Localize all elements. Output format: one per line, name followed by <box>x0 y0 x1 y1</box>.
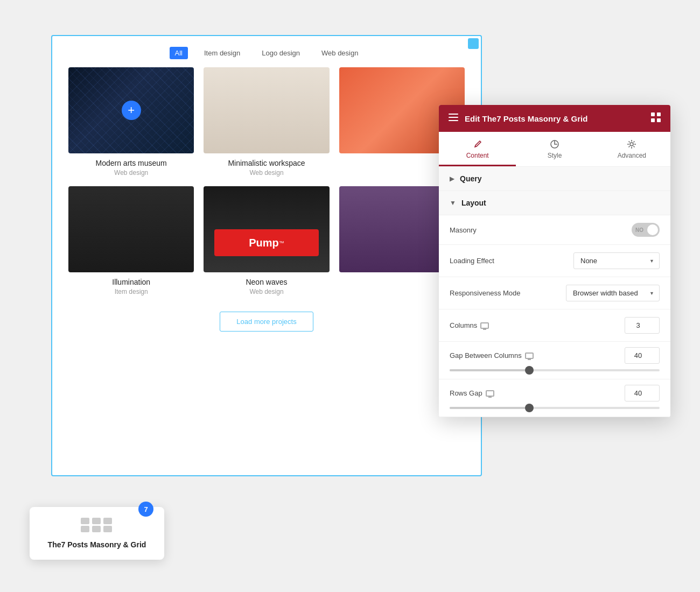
responsiveness-label: Responsiveness Mode <box>450 289 566 297</box>
panel-title: Edit The7 Posts Masonry & Grid <box>465 114 587 123</box>
grid-item-subtitle-2: Web design <box>204 169 329 177</box>
filter-tab-logo-design[interactable]: Logo design <box>256 47 305 59</box>
load-more-button[interactable]: Load more projects <box>220 312 313 332</box>
panel-body: ▶ Query ▼ Layout Masonry NO Loading Effe… <box>439 167 670 417</box>
grid-item-image-1: + <box>68 67 194 153</box>
panel-tabs: Content Style Advanced <box>439 132 670 167</box>
masonry-control: Masonry NO <box>439 215 670 245</box>
rows-gap-slider <box>450 407 660 409</box>
query-section[interactable]: ▶ Query <box>439 167 670 191</box>
edit-panel: Edit The7 Posts Masonry & Grid Content S… <box>439 105 670 417</box>
svg-rect-0 <box>449 114 458 115</box>
svg-rect-6 <box>657 118 661 122</box>
columns-monitor-icon <box>480 322 489 329</box>
grid-item-image-4 <box>68 186 194 272</box>
responsiveness-control: Responsiveness Mode Browser width based … <box>439 277 670 309</box>
toggle-knob <box>647 224 658 235</box>
masonry-value: NO <box>632 223 660 237</box>
grid-item-title-2: Minimalistic workspace <box>204 159 329 167</box>
columns-value <box>625 317 660 334</box>
grid-item-subtitle-1: Web design <box>68 169 194 177</box>
rows-gap-thumb[interactable] <box>525 404 534 412</box>
responsiveness-value: Browser width based Container width base… <box>566 285 660 301</box>
gap-monitor-icon <box>525 353 534 359</box>
resize-handle[interactable] <box>468 38 479 49</box>
grid-item-title-4: Illumination <box>68 278 194 286</box>
gap-columns-label: Gap Between Columns <box>450 351 625 360</box>
grid-item-image-2 <box>204 67 329 153</box>
svg-rect-5 <box>651 118 655 122</box>
widget-card: 7 The7 Posts Masonry & Grid <box>30 507 164 560</box>
grid-item-1: + Modern arts museum Web design <box>68 67 194 177</box>
columns-control: Columns <box>439 309 670 342</box>
filter-tab-all[interactable]: All <box>170 47 188 59</box>
panel-header-left: Edit The7 Posts Masonry & Grid <box>449 114 587 123</box>
gap-columns-control: Gap Between Columns <box>439 342 670 379</box>
grid-item-title-1: Modern arts museum <box>68 159 194 167</box>
responsiveness-select[interactable]: Browser width based Container width base… <box>566 285 660 301</box>
loading-effect-select-wrap: None Fade Slide <box>573 252 660 269</box>
hamburger-icon[interactable] <box>449 114 458 123</box>
tab-advanced[interactable]: Advanced <box>593 132 670 166</box>
svg-rect-4 <box>657 112 661 116</box>
grid-icon[interactable] <box>651 112 661 124</box>
filter-tab-item-design[interactable]: Item design <box>199 47 246 59</box>
layout-section[interactable]: ▼ Layout <box>439 191 670 215</box>
grid-item-image-5: Pump ™ <box>204 186 329 272</box>
tab-content[interactable]: Content <box>439 132 516 166</box>
grid-item-subtitle-5: Web design <box>204 288 329 295</box>
query-title: Query <box>460 174 481 183</box>
filter-tabs: All Item design Logo design Web design <box>52 36 481 67</box>
rows-gap-label: Rows Gap <box>450 389 625 397</box>
masonry-label: Masonry <box>450 226 632 234</box>
rows-gap-control: Rows Gap <box>439 379 670 417</box>
grid-item-5: Pump ™ Neon waves Web design <box>204 186 329 295</box>
loading-effect-select[interactable]: None Fade Slide <box>573 252 660 269</box>
layout-title: Layout <box>461 199 486 207</box>
rows-gap-fill <box>450 407 529 409</box>
rows-gap-label-row: Rows Gap <box>450 385 660 401</box>
loading-effect-control: Loading Effect None Fade Slide <box>439 245 670 277</box>
gap-columns-track <box>450 369 660 371</box>
portfolio-grid: + Modern arts museum Web design Minimali… <box>52 67 481 306</box>
grid-item-subtitle-4: Item design <box>68 288 194 295</box>
columns-input[interactable] <box>625 317 660 334</box>
widget-badge: 7 <box>138 502 153 517</box>
responsiveness-select-wrap: Browser width based Container width base… <box>566 285 660 301</box>
load-more-wrap: Load more projects <box>52 306 481 342</box>
grid-item-title-5: Neon waves <box>204 278 329 286</box>
rows-gap-track <box>450 407 660 409</box>
filter-tab-web-design[interactable]: Web design <box>316 47 363 59</box>
masonry-toggle[interactable]: NO <box>632 223 660 237</box>
add-item-button[interactable]: + <box>122 101 141 120</box>
loading-effect-label: Loading Effect <box>450 257 573 265</box>
gap-columns-input[interactable] <box>625 347 660 364</box>
layout-arrow: ▼ <box>450 199 456 207</box>
gap-columns-slider <box>450 369 660 371</box>
tab-style[interactable]: Style <box>516 132 593 166</box>
grid-item-2: Minimalistic workspace Web design <box>204 67 329 177</box>
rows-gap-input[interactable] <box>625 385 660 401</box>
query-arrow: ▶ <box>450 175 454 182</box>
widget-card-title: The7 Posts Masonry & Grid <box>40 540 153 549</box>
svg-point-8 <box>630 143 633 146</box>
preview-card: All Item design Logo design Web design +… <box>51 35 482 476</box>
svg-rect-1 <box>449 117 458 118</box>
gap-columns-fill <box>450 369 529 371</box>
widget-card-icon <box>81 518 113 532</box>
columns-label: Columns <box>450 321 625 329</box>
toggle-no-label: NO <box>635 227 643 233</box>
grid-item-4: Illumination Item design <box>68 186 194 295</box>
gap-columns-thumb[interactable] <box>525 366 534 375</box>
svg-rect-2 <box>449 120 458 121</box>
svg-rect-3 <box>651 112 655 116</box>
loading-effect-value: None Fade Slide <box>573 252 660 269</box>
panel-header: Edit The7 Posts Masonry & Grid <box>439 105 670 132</box>
rows-gap-monitor-icon <box>486 390 494 397</box>
gap-columns-label-row: Gap Between Columns <box>450 347 660 364</box>
